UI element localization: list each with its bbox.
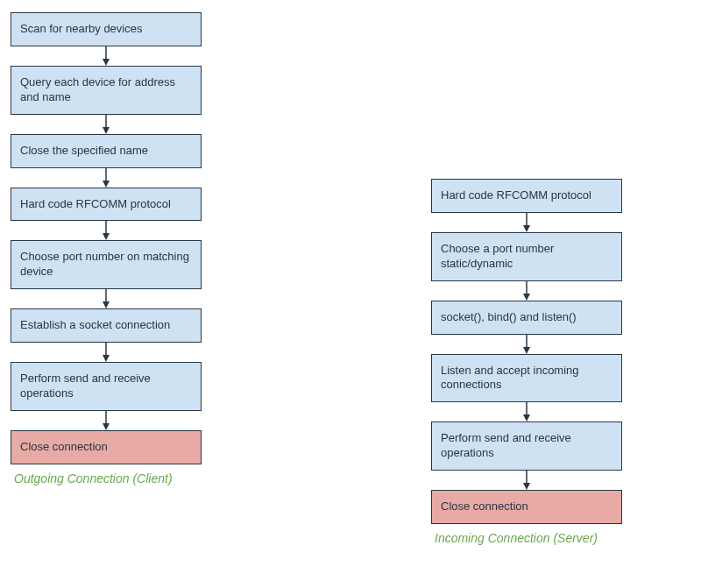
server-step-port: Choose a port number static/dynamic <box>431 232 622 281</box>
client-step-protocol: Hard code RFCOMM protocol <box>11 188 202 222</box>
arrow-down-icon <box>11 46 202 66</box>
svg-marker-11 <box>103 355 110 362</box>
arrow-down-icon <box>431 281 622 301</box>
server-step-protocol: Hard code RFCOMM protocol <box>431 179 622 213</box>
arrow-down-icon <box>11 221 202 240</box>
arrow-down-icon <box>431 335 622 354</box>
svg-marker-7 <box>103 233 110 240</box>
server-step-accept: Listen and accept incoming connections <box>431 354 622 403</box>
server-caption: Incoming Connection (Server) <box>435 531 598 545</box>
client-step-close-name: Close the specified name <box>11 134 202 168</box>
svg-marker-5 <box>103 181 110 188</box>
svg-marker-13 <box>103 423 110 430</box>
client-step-query: Query each device for address and name <box>11 66 202 115</box>
arrow-down-icon <box>11 168 202 188</box>
svg-marker-9 <box>103 301 110 308</box>
server-step-send-receive: Perform send and receive operations <box>431 422 622 471</box>
server-flow-column: Hard code RFCOMM protocol Choose a port … <box>431 179 676 588</box>
client-step-port: Choose port number on matching device <box>11 240 202 289</box>
svg-marker-21 <box>523 414 530 422</box>
server-step-socket-bind-listen: socket(), bind() and listen() <box>431 301 622 335</box>
diagram-container: Scan for nearby devices Query each devic… <box>0 0 701 588</box>
svg-marker-15 <box>523 225 530 232</box>
arrow-down-icon <box>11 289 202 308</box>
client-caption: Outgoing Connection (Client) <box>14 471 173 485</box>
client-step-scan: Scan for nearby devices <box>11 12 202 46</box>
server-step-close-connection: Close connection <box>431 490 622 524</box>
svg-marker-19 <box>523 347 530 354</box>
client-step-socket: Establish a socket connection <box>11 308 202 343</box>
svg-marker-3 <box>103 127 110 134</box>
arrow-down-icon <box>11 343 202 362</box>
arrow-down-icon <box>431 402 622 422</box>
client-step-send-receive: Perform send and receive operations <box>11 362 202 411</box>
arrow-down-icon <box>11 411 202 430</box>
svg-marker-23 <box>523 483 530 490</box>
svg-marker-1 <box>103 59 110 66</box>
arrow-down-icon <box>11 115 202 134</box>
arrow-down-icon <box>431 213 622 232</box>
svg-marker-17 <box>523 294 530 301</box>
client-step-close-connection: Close connection <box>11 430 202 464</box>
arrow-down-icon <box>431 471 622 490</box>
client-flow-column: Scan for nearby devices Query each devic… <box>11 12 256 588</box>
